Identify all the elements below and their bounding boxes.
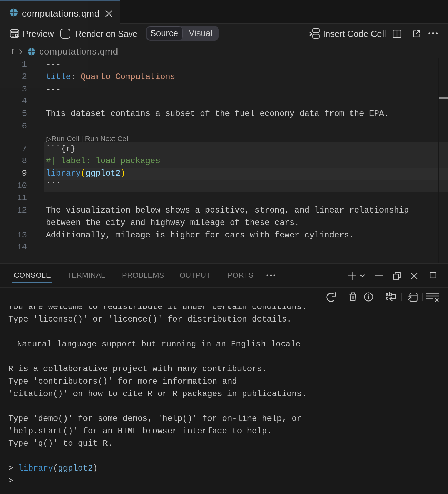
svg-text:c: c: [386, 295, 388, 301]
